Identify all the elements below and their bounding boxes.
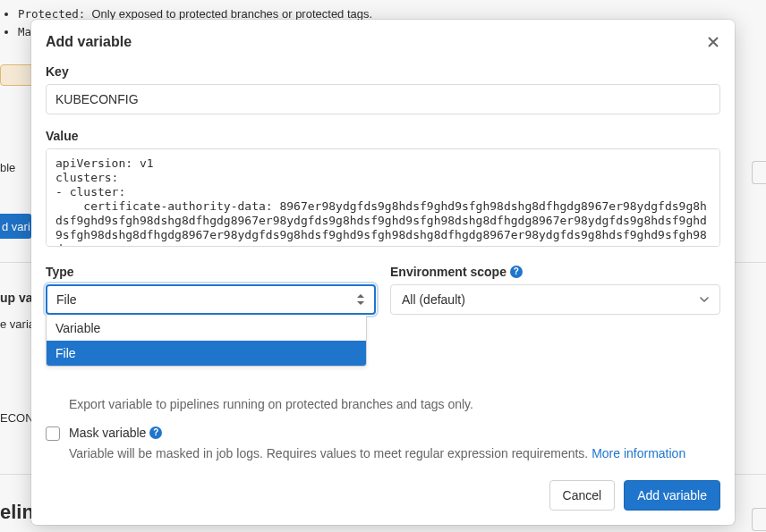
key-field-group: Key bbox=[46, 64, 720, 114]
mask-label: Mask variable bbox=[69, 426, 146, 440]
value-textarea[interactable] bbox=[46, 148, 720, 247]
help-icon[interactable]: ? bbox=[510, 266, 523, 278]
env-scope-label: Environment scope ? bbox=[390, 265, 720, 279]
chevron-down-icon bbox=[700, 297, 709, 302]
env-scope-value: All (default) bbox=[402, 292, 465, 307]
sort-caret-icon bbox=[356, 293, 365, 306]
modal-footer: Cancel Add variable bbox=[46, 475, 720, 511]
value-field-group: Value bbox=[46, 129, 720, 250]
mask-label-row: Mask variable ? bbox=[69, 426, 162, 440]
mask-checkbox[interactable] bbox=[46, 426, 60, 441]
env-scope-label-text: Environment scope bbox=[390, 265, 506, 279]
type-option-file[interactable]: File bbox=[47, 341, 366, 366]
add-variable-button[interactable]: Add variable bbox=[624, 480, 720, 511]
type-select[interactable]: File bbox=[46, 284, 376, 315]
protect-help-text: Export variable to pipelines running on … bbox=[69, 395, 720, 413]
key-label: Key bbox=[46, 64, 720, 79]
more-info-link[interactable]: More information bbox=[592, 446, 685, 460]
add-variable-modal: Add variable Key Value Type File Variabl… bbox=[31, 20, 735, 525]
flags-section: Export variable to pipelines running on … bbox=[46, 395, 720, 462]
protect-group: Export variable to pipelines running on … bbox=[46, 395, 720, 413]
type-select-value: File bbox=[56, 292, 77, 307]
modal-title: Add variable bbox=[46, 34, 132, 50]
modal-header: Add variable bbox=[46, 34, 720, 50]
mask-row: Mask variable ? bbox=[46, 426, 720, 441]
key-input[interactable] bbox=[46, 84, 720, 114]
mask-help-body: Variable will be masked in job logs. Req… bbox=[69, 446, 592, 460]
mask-help-text: Variable will be masked in job logs. Req… bbox=[69, 444, 720, 462]
env-scope-select[interactable]: All (default) bbox=[390, 284, 720, 315]
type-env-row: Type File Variable File Environment scop… bbox=[46, 265, 720, 315]
type-option-variable[interactable]: Variable bbox=[47, 316, 366, 341]
cancel-button[interactable]: Cancel bbox=[549, 480, 616, 511]
help-icon[interactable]: ? bbox=[149, 426, 162, 439]
close-icon[interactable] bbox=[706, 35, 720, 49]
type-label: Type bbox=[46, 265, 376, 279]
type-column: Type File Variable File bbox=[46, 265, 376, 315]
type-dropdown: Variable File bbox=[46, 316, 367, 367]
value-label: Value bbox=[46, 129, 720, 143]
env-column: Environment scope ? All (default) bbox=[390, 265, 720, 315]
